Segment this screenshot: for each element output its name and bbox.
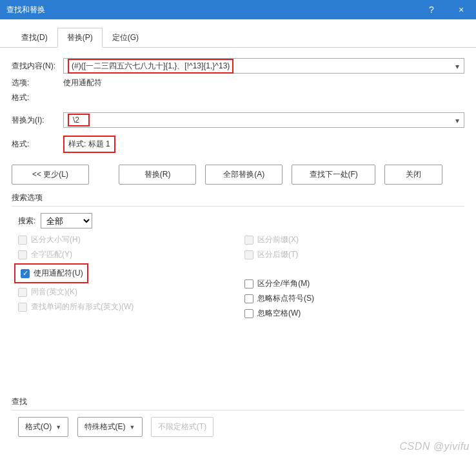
tab-find[interactable]: 查找(D) xyxy=(12,28,57,48)
replace-with-input[interactable]: \2 ▾ xyxy=(63,112,464,128)
window-title: 查找和替换 xyxy=(6,5,45,15)
search-label: 搜索: xyxy=(18,216,35,227)
format-label-2: 格式: xyxy=(12,139,63,150)
find-next-button[interactable]: 查找下一处(F) xyxy=(292,165,375,185)
tab-bar: 查找(D) 替换(P) 定位(G) xyxy=(0,19,476,48)
options-text: 使用通配符 xyxy=(63,77,102,88)
word-forms-checkbox: 查找单词的所有形式(英文)(W) xyxy=(12,299,238,314)
find-what-label: 查找内容(N): xyxy=(12,61,63,72)
full-half-checkbox[interactable]: 区分全/半角(M) xyxy=(238,276,464,291)
special-dropdown-button[interactable]: 特殊格式(E)▼ xyxy=(77,417,143,437)
whole-word-checkbox: 全字匹配(Y) xyxy=(12,247,238,262)
title-bar: 查找和替换 ? × xyxy=(0,0,476,19)
suffix-checkbox: 区分后缀(T) xyxy=(238,247,464,262)
find-section-label: 查找 xyxy=(12,396,464,407)
replace-format-highlight: 样式: 标题 1 xyxy=(63,136,115,153)
caret-down-icon: ▼ xyxy=(130,424,135,430)
divider xyxy=(12,410,464,410)
tab-goto[interactable]: 定位(G) xyxy=(103,28,148,48)
match-case-checkbox: 区分大小写(H) xyxy=(12,232,238,247)
tab-replace[interactable]: 替换(P) xyxy=(57,28,103,48)
ignore-space-checkbox[interactable]: 忽略空格(W) xyxy=(238,306,464,321)
less-button[interactable]: << 更少(L) xyxy=(12,165,89,185)
replace-pattern-highlight: \2 xyxy=(68,114,90,126)
caret-down-icon: ▼ xyxy=(55,424,61,430)
close-button[interactable]: 关闭 xyxy=(384,165,442,185)
wildcards-checkbox[interactable]: ✓使用通配符(U) xyxy=(19,266,83,281)
chevron-down-icon[interactable]: ▾ xyxy=(451,59,463,74)
format-label-1: 格式: xyxy=(12,92,63,103)
find-what-input[interactable]: (#)([一二三四五六七八九十]{1,}、[!^13]{1,}^13) ▾ xyxy=(63,58,464,74)
format-dropdown-button[interactable]: 格式(O)▼ xyxy=(18,417,68,437)
sounds-like-checkbox: 同音(英文)(K) xyxy=(12,285,238,299)
no-format-button: 不限定格式(T) xyxy=(151,417,213,437)
prefix-checkbox: 区分前缀(X) xyxy=(238,232,464,247)
search-scope-select[interactable]: 全部 xyxy=(41,213,92,228)
find-pattern-highlight: (#)([一二三四五六七八九十]{1,}、[!^13]{1,}^13) xyxy=(68,59,233,74)
options-label: 选项: xyxy=(12,77,63,88)
replace-button[interactable]: 替换(R) xyxy=(119,165,196,185)
replace-with-label: 替换为(I): xyxy=(12,115,63,126)
ignore-punct-checkbox[interactable]: 忽略标点符号(S) xyxy=(238,291,464,306)
divider xyxy=(12,206,464,207)
help-button[interactable]: ? xyxy=(417,0,446,19)
watermark: CSDN @yivifu xyxy=(400,441,470,452)
search-options-label: 搜索选项 xyxy=(12,192,464,203)
chevron-down-icon[interactable]: ▾ xyxy=(451,114,463,128)
close-window-button[interactable]: × xyxy=(446,0,476,19)
replace-all-button[interactable]: 全部替换(A) xyxy=(205,165,283,185)
